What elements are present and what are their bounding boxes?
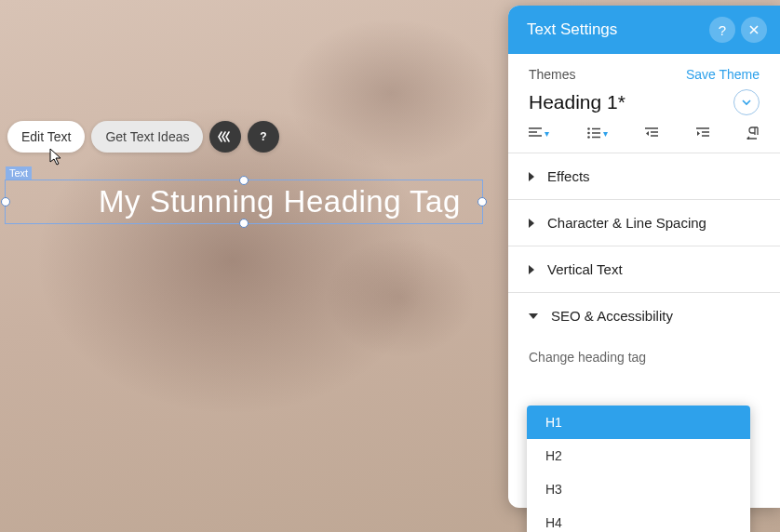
heading-option-h4[interactable]: H4	[527, 506, 750, 532]
align-button[interactable]: ▾	[529, 126, 549, 140]
selected-text-element[interactable]: Text My Stunning Heading Tag	[5, 180, 483, 224]
svg-text:?: ?	[261, 130, 267, 143]
panel-title: Text Settings	[527, 20, 704, 39]
heading-text[interactable]: My Stunning Heading Tag	[99, 184, 461, 219]
seo-section[interactable]: SEO & Accessibility	[508, 293, 780, 339]
animation-icon[interactable]	[209, 121, 241, 153]
resize-handle-right[interactable]	[477, 197, 487, 206]
resize-handle-left[interactable]	[1, 197, 10, 206]
heading-tag-dropdown[interactable]: H1 H2 H3 H4	[527, 406, 750, 532]
chevron-down-icon	[529, 313, 538, 319]
accordion-label: Vertical Text	[547, 261, 623, 277]
heading-option-h1[interactable]: H1	[527, 406, 750, 439]
element-toolbar: Edit Text Get Text Ideas ?	[7, 121, 279, 153]
indent-increase-icon[interactable]	[696, 126, 709, 140]
svg-point-3	[587, 136, 590, 139]
svg-point-1	[587, 127, 590, 130]
change-tag-label: Change heading tag	[508, 339, 780, 372]
heading-option-h2[interactable]: H2	[527, 439, 750, 472]
get-text-ideas-button[interactable]: Get Text Ideas	[91, 121, 203, 153]
spacing-section[interactable]: Character & Line Spacing	[508, 200, 780, 246]
chevron-right-icon	[529, 219, 534, 228]
help-icon[interactable]: ?	[248, 121, 279, 153]
element-type-label: Text	[6, 166, 32, 180]
effects-section[interactable]: Effects	[508, 153, 780, 199]
resize-handle-top[interactable]	[239, 176, 249, 185]
theme-dropdown-toggle[interactable]	[733, 89, 760, 115]
accordion-label: Effects	[547, 168, 590, 184]
indent-decrease-icon[interactable]	[645, 126, 658, 140]
svg-point-2	[587, 132, 590, 135]
accordion-label: Character & Line Spacing	[547, 215, 706, 231]
text-settings-panel: Text Settings ? Themes Save Theme Headin…	[508, 6, 780, 508]
themes-label: Themes	[529, 67, 576, 82]
edit-text-button[interactable]: Edit Text	[7, 121, 85, 153]
list-button[interactable]: ▾	[587, 126, 608, 140]
themes-section: Themes Save Theme Heading 1*	[508, 54, 780, 126]
vertical-text-section[interactable]: Vertical Text	[508, 246, 780, 292]
panel-header: Text Settings ?	[508, 6, 780, 54]
heading-option-h3[interactable]: H3	[527, 472, 750, 506]
text-direction-icon[interactable]	[746, 126, 760, 140]
chevron-right-icon	[529, 172, 534, 181]
panel-help-icon[interactable]: ?	[709, 17, 735, 43]
format-toolbar: ▾ ▾	[508, 126, 780, 153]
panel-close-icon[interactable]	[741, 17, 767, 43]
resize-handle-bottom[interactable]	[239, 219, 249, 228]
save-theme-button[interactable]: Save Theme	[686, 67, 760, 82]
accordion-label: SEO & Accessibility	[551, 308, 673, 324]
theme-name: Heading 1*	[529, 91, 625, 113]
chevron-right-icon	[529, 265, 534, 274]
